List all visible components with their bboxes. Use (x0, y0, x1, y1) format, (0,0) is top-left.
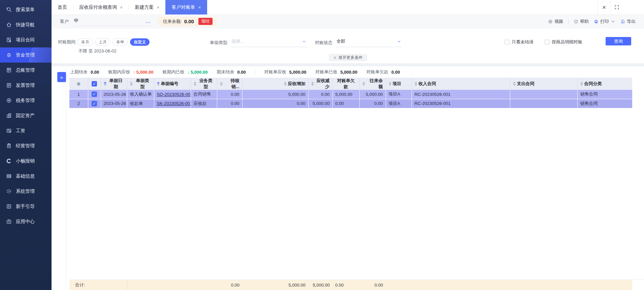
sort-icon[interactable] (580, 82, 583, 86)
sidebar-item-invoice[interactable]: 发票管理 (0, 78, 52, 93)
help-button[interactable]: ? 帮助 (574, 19, 589, 25)
checkbox-box[interactable] (505, 40, 509, 44)
sidebar-item-system[interactable]: 系统管理 (0, 184, 52, 199)
column-header-doc_type[interactable]: 单据类型 (127, 78, 154, 90)
summary-item: 账期内应收↑5,000.00 (108, 69, 153, 75)
sort-icon[interactable] (194, 82, 196, 86)
sidebar-item-label: 快捷导航 (16, 22, 35, 28)
sort-icon[interactable] (284, 82, 287, 86)
sort-icon[interactable] (415, 82, 417, 86)
customer-input[interactable]: 甲 ··· (73, 17, 152, 26)
sidebar-item-label: 发票管理 (16, 82, 35, 88)
video-button[interactable]: 视频 (548, 19, 563, 25)
tab-item[interactable]: 新建方案× (129, 0, 165, 14)
customer-picker-icon[interactable]: ··· (146, 21, 151, 24)
column-header-balance[interactable]: 往来余额 (359, 78, 386, 90)
period-pill[interactable]: 本年 (112, 38, 128, 46)
tab-item[interactable]: 应收应付余额查询× (73, 0, 129, 14)
sidebar-item-business[interactable]: 经营管理 (0, 138, 52, 153)
sort-icon[interactable] (220, 82, 223, 86)
sidebar-item-tax[interactable]: 税务管理 (0, 93, 52, 108)
row-checkbox[interactable]: ✓ (92, 92, 97, 97)
close-tab-icon[interactable]: × (157, 5, 159, 10)
doc-no-link[interactable]: SQ-20230526-001 (157, 92, 191, 97)
invoice-icon (6, 82, 12, 88)
tab-item[interactable]: 首页 (52, 0, 73, 14)
row-number: 2 (77, 101, 80, 106)
sidebar-item-contract[interactable]: 项目合同 (0, 32, 52, 47)
column-header-contract_category[interactable]: 合同分类 (577, 78, 632, 90)
sidebar-item-assets[interactable]: 固定资产 (0, 108, 52, 123)
column-header-doc_date[interactable]: 单据日期 (101, 78, 127, 90)
row-checkbox[interactable]: ✓ (92, 101, 97, 106)
salary-icon (6, 128, 12, 134)
column-header-expense_contract[interactable]: 支出合同 (510, 78, 577, 90)
print-button[interactable]: 打印 (594, 19, 615, 25)
tab-label: 应收应付余额查询 (79, 4, 117, 10)
sidebar-item-ledger[interactable]: 总账管理 (0, 63, 52, 78)
column-header-pending[interactable]: 待核销... (217, 78, 242, 90)
sidebar-item-guide[interactable]: 新新手引导 (0, 199, 52, 214)
total-doc_type (127, 280, 154, 290)
doc-type-select[interactable]: 选择... (231, 38, 307, 47)
period-pill[interactable]: 自定义 (130, 38, 150, 46)
column-header-recv_incr[interactable]: 应收增加 (242, 78, 308, 90)
sidebar-item-search[interactable]: 搜索菜单 (0, 2, 52, 17)
sort-icon[interactable] (130, 82, 133, 86)
balance-bubble: 往来余额: 0.00 现结 (159, 17, 217, 26)
doc-no-link[interactable]: SK-20230526-001 (157, 101, 191, 106)
checkbox-unsettled[interactable]: 只看未结清 (505, 39, 534, 45)
status-filter: 对账状态 全部 (315, 38, 402, 47)
app-root: 搜索菜单快捷导航项目合同资金管理总账管理发票管理税务管理固定资产工资经营管理小畅… (0, 0, 644, 290)
summary-item: 期末结余0.00 (217, 69, 246, 75)
column-header-biz_type[interactable]: 业务类型 (191, 78, 217, 90)
cell-stmt_owed: 0.00 (335, 101, 344, 106)
sidebar-item-label: 总账管理 (16, 67, 35, 73)
status-select[interactable]: 全部 (336, 38, 402, 47)
checkbox-box[interactable] (545, 40, 549, 44)
column-header-select[interactable]: ✓ (88, 78, 101, 90)
sidebar-item-home[interactable]: 快捷导航 (0, 17, 52, 32)
total-pending: 0.00 (217, 280, 242, 290)
fullscreen-icon[interactable] (610, 0, 623, 14)
column-header-project[interactable]: 项目 (386, 78, 412, 90)
period-pill[interactable]: 上月 (95, 38, 110, 46)
sidebar-item-reimburse[interactable]: 小畅报销 (0, 153, 52, 169)
sort-icon[interactable] (311, 82, 314, 86)
expand-more-button[interactable]: 展开更多条件 (329, 54, 367, 61)
tab-active[interactable]: 客户对账单× (165, 0, 207, 14)
summary-value: 0.00 (237, 70, 246, 75)
sort-icon[interactable] (157, 82, 160, 86)
column-label: 单据类型 (134, 78, 151, 90)
close-window-icon[interactable]: × (598, 0, 610, 14)
close-tab-icon[interactable]: × (120, 5, 123, 10)
column-header-income_contract[interactable]: 收入合同 (412, 78, 510, 90)
column-header-stmt_owed[interactable]: 对账单欠款 (332, 78, 359, 90)
column-header-doc_no[interactable]: 单据编号 (154, 78, 191, 90)
period-pill[interactable]: 本月 (77, 38, 93, 46)
column-header-recv_decr[interactable]: 应收减少 (308, 78, 332, 90)
sort-icon[interactable] (389, 82, 391, 86)
table-row[interactable]: 2✓2023-05-26收款单SK-20230526-001应收款0.000.0… (69, 99, 632, 108)
search-button[interactable]: 查询 (606, 37, 631, 45)
assets-icon (6, 113, 12, 118)
column-header-settings[interactable] (69, 78, 88, 90)
close-tab-icon[interactable]: × (198, 5, 201, 10)
column-label: 单据编号 (161, 81, 179, 87)
column-settings-icon[interactable] (76, 81, 81, 86)
expand-pane-button[interactable]: » (57, 72, 66, 82)
sort-icon[interactable] (104, 82, 106, 86)
sidebar-item-funds[interactable]: 资金管理 (0, 47, 52, 63)
select-all-checkbox[interactable]: ✓ (92, 81, 97, 86)
checkbox-by-product[interactable]: 按商品明细对账 (545, 39, 582, 45)
total-biz_type (191, 280, 217, 290)
column-label: 合同分类 (584, 81, 602, 87)
sidebar-item-app-center[interactable]: 应用中心 (0, 214, 52, 229)
export-button[interactable]: 导出 (620, 19, 636, 25)
sort-icon[interactable] (513, 82, 516, 86)
sort-icon[interactable] (362, 82, 365, 86)
table-row[interactable]: 1✓2023-05-26收入确认单SQ-20230526-001合同销售0.00… (69, 90, 632, 99)
sidebar-item-salary[interactable]: 工资 (0, 123, 52, 138)
sidebar-item-base-info[interactable]: 基础信息 (0, 169, 52, 184)
question-circle-icon: ? (574, 19, 578, 24)
